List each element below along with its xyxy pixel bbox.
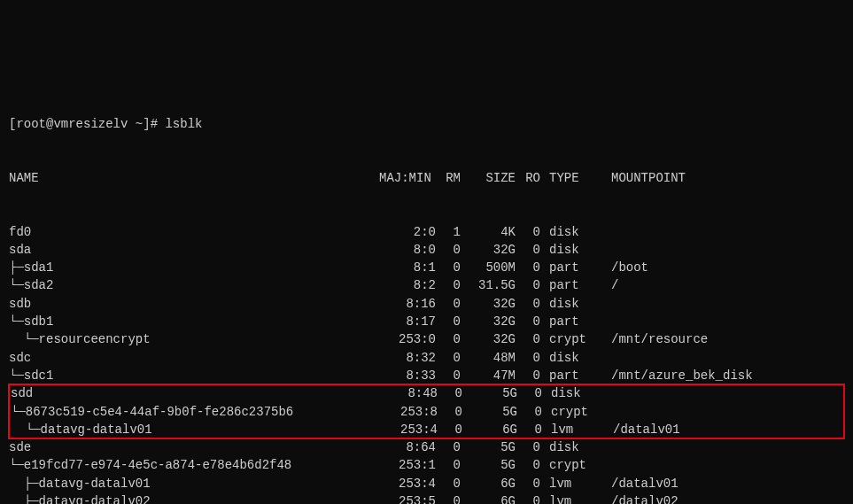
cell-rm: 1	[436, 223, 461, 241]
cell-majmin: 8:1	[379, 259, 436, 276]
col-ro: RO	[516, 169, 540, 187]
cell-size: 48M	[461, 349, 516, 367]
cell-ro: 0	[516, 313, 540, 330]
cell-size: 32G	[461, 330, 516, 348]
table-row: └─sdb18:17032G0part	[9, 313, 844, 330]
cell-size: 32G	[461, 295, 516, 313]
cell-majmin: 253:0	[379, 330, 436, 348]
cell-majmin: 8:2	[379, 276, 436, 294]
cell-rm: 0	[436, 367, 461, 384]
cell-majmin: 2:0	[379, 223, 436, 241]
lsblk-header: NAME MAJ:MIN RM SIZE RO TYPE MOUNTPOINT	[9, 169, 844, 187]
cell-type: lvm	[551, 421, 604, 438]
cell-rm: 0	[436, 313, 461, 330]
cell-size: 5G	[462, 403, 517, 421]
cell-type: disk	[549, 295, 602, 313]
cell-ro: 0	[516, 456, 540, 474]
table-row: fd02:014K0disk	[9, 223, 844, 241]
cell-rm: 0	[436, 492, 461, 504]
col-mount: MOUNTPOINT	[611, 169, 686, 187]
cell-mount: /datalv01	[611, 475, 679, 492]
cell-majmin: 8:33	[379, 367, 436, 384]
cell-type: disk	[551, 384, 604, 402]
cell-mount: /mnt/azure_bek_disk	[611, 367, 753, 384]
cell-rm: 0	[436, 276, 461, 294]
cell-name: ├─datavg-datalv01	[9, 475, 379, 492]
cell-type: part	[549, 313, 602, 330]
cell-type: disk	[549, 223, 602, 241]
cell-majmin: 8:64	[379, 438, 436, 456]
cell-majmin: 253:4	[381, 421, 438, 438]
cell-name: ├─sda1	[9, 259, 379, 276]
cell-name: fd0	[9, 223, 379, 241]
cell-ro: 0	[516, 259, 540, 276]
cell-name: └─datavg-datalv01	[11, 421, 381, 438]
cell-ro: 0	[516, 349, 540, 367]
cell-size: 32G	[461, 313, 516, 330]
table-row: sda8:0032G0disk	[9, 241, 844, 259]
cell-size: 31.5G	[461, 276, 516, 294]
cell-size: 5G	[462, 384, 517, 402]
cell-mount: /datalv01	[613, 421, 680, 438]
cell-mount: /	[611, 276, 618, 294]
cell-name: sdd	[11, 384, 381, 402]
cell-majmin: 253:8	[381, 403, 438, 421]
cell-majmin: 253:1	[379, 456, 436, 474]
cell-type: part	[549, 259, 602, 276]
cell-rm: 0	[436, 241, 461, 259]
cell-majmin: 8:16	[379, 295, 436, 313]
cell-name: └─sdb1	[9, 313, 379, 330]
cell-ro: 0	[516, 241, 540, 259]
table-row: sdd8:4805G0disk	[11, 384, 842, 402]
cell-rm: 0	[436, 330, 461, 348]
cell-rm: 0	[436, 438, 461, 456]
cell-ro: 0	[516, 330, 540, 348]
cell-size: 6G	[461, 492, 516, 504]
cell-size: 5G	[461, 438, 516, 456]
cell-size: 4K	[461, 223, 516, 241]
cell-mount: /boot	[611, 259, 648, 276]
cell-type: crypt	[549, 330, 602, 348]
table-row: sdc8:32048M0disk	[9, 349, 844, 367]
cell-ro: 0	[516, 276, 540, 294]
table-row: └─sda28:2031.5G0part/	[9, 276, 844, 294]
cell-name: └─8673c519-c5e4-44af-9b0f-fe286c2375b6	[11, 403, 381, 421]
prompt-line: [root@vmresizelv ~]# lsblk	[9, 115, 844, 133]
cell-mount: /mnt/resource	[611, 330, 708, 348]
cell-type: part	[549, 367, 602, 384]
table-row: └─datavg-datalv01253:406G0lvm/datalv01	[11, 421, 842, 438]
cell-ro: 0	[516, 438, 540, 456]
cell-name: sdc	[9, 349, 379, 367]
cell-type: lvm	[549, 492, 602, 504]
cell-name: sda	[9, 241, 379, 259]
cell-mount: /datalv02	[611, 492, 679, 504]
cell-rm: 0	[438, 384, 462, 402]
highlighted-region: sdd8:4805G0disk└─8673c519-c5e4-44af-9b0f…	[9, 384, 844, 438]
cell-size: 500M	[461, 259, 516, 276]
table-row: └─e19fcd77-e974-4e5c-a874-e78e4b6d2f4825…	[9, 456, 844, 474]
cell-name: sdb	[9, 295, 379, 313]
cell-ro: 0	[517, 384, 542, 402]
table-row: └─sdc18:33047M0part/mnt/azure_bek_disk	[9, 367, 844, 384]
cell-type: disk	[549, 349, 602, 367]
cell-ro: 0	[516, 367, 540, 384]
table-row: ├─datavg-datalv01253:406G0lvm/datalv01	[9, 475, 844, 492]
cell-name: └─resourceencrypt	[9, 330, 379, 348]
cell-majmin: 8:48	[381, 384, 438, 402]
col-rm: RM	[436, 169, 461, 187]
cell-ro: 0	[517, 421, 542, 438]
cell-size: 6G	[462, 421, 517, 438]
table-row: sdb8:16032G0disk	[9, 295, 844, 313]
cell-ro: 0	[516, 475, 540, 492]
table-row: ├─sda18:10500M0part/boot	[9, 259, 844, 276]
prompt-text: [root@vmresizelv ~]# lsblk	[9, 115, 202, 133]
cell-majmin: 8:32	[379, 349, 436, 367]
cell-rm: 0	[436, 295, 461, 313]
cell-ro: 0	[517, 403, 542, 421]
lsblk-rows: fd02:014K0disksda8:0032G0disk├─sda18:105…	[9, 223, 844, 504]
terminal-output: [root@vmresizelv ~]# lsblk NAME MAJ:MIN …	[9, 79, 844, 504]
cell-size: 47M	[461, 367, 516, 384]
cell-name: └─e19fcd77-e974-4e5c-a874-e78e4b6d2f48	[9, 456, 379, 474]
cell-rm: 0	[438, 421, 462, 438]
cell-type: crypt	[549, 456, 602, 474]
